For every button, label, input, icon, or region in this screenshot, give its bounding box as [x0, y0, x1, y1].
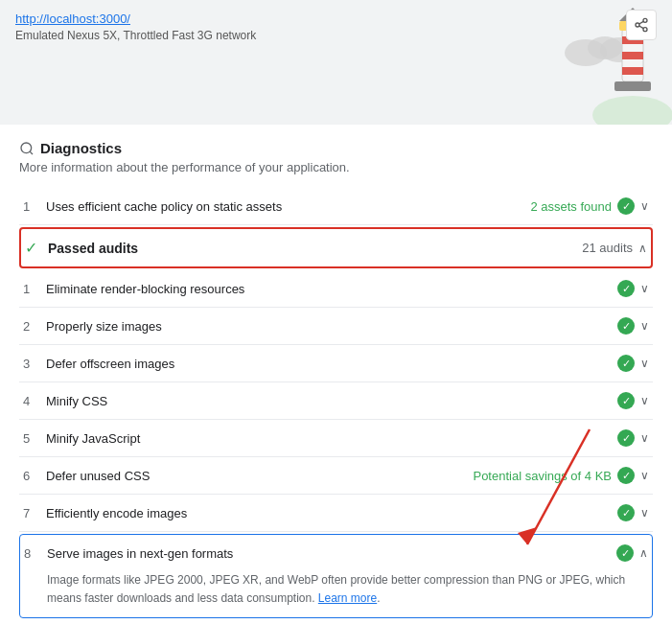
audit-item-8-expanded[interactable]: 8 Serve images in next-gen formats ✓ ∧ I…: [19, 534, 653, 618]
audit-item-2[interactable]: 2 Properly size images ✓ ∨: [19, 308, 653, 345]
audit-item-4[interactable]: 4 Minify CSS ✓ ∨: [19, 382, 653, 420]
audit-num-1: 1: [23, 199, 46, 214]
audit-label: Eliminate render-blocking resources: [46, 282, 610, 296]
main-content: Diagnostics More information about the p…: [0, 125, 672, 624]
passed-check-icon: ✓: [25, 239, 48, 257]
audit-label: Efficiently encode images: [46, 506, 610, 520]
audit-num: 3: [23, 357, 46, 371]
green-check: ✓: [617, 467, 635, 484]
passed-audits-count: 21 audits: [582, 241, 633, 255]
diagnostics-title: Diagnostics: [40, 140, 122, 156]
chevron-8: ∧: [639, 546, 648, 560]
audit-list: 1 Eliminate render-blocking resources ✓ …: [19, 270, 653, 532]
audit-item-5[interactable]: 5 Minify JavaScript ✓ ∨: [19, 420, 653, 457]
audit-row-8[interactable]: 8 Serve images in next-gen formats ✓ ∧: [20, 535, 652, 571]
passed-audits-chevron: ∧: [638, 242, 647, 255]
svg-point-10: [592, 96, 672, 125]
audit-label-cache: Uses efficient cache policy on static as…: [46, 199, 522, 214]
audit-num: 1: [23, 282, 46, 296]
audit-label-8: Serve images in next-gen formats: [47, 546, 609, 561]
green-check-8: ✓: [616, 544, 634, 562]
header-url[interactable]: http://localhost:3000/: [15, 12, 130, 26]
header: http://localhost:3000/ Emulated Nexus 5X…: [0, 0, 672, 125]
audit-item-1[interactable]: 1 Eliminate render-blocking resources ✓ …: [19, 270, 653, 308]
diagnostics-desc: More information about the performance o…: [19, 160, 653, 174]
audit-num: 5: [23, 431, 46, 446]
svg-point-12: [636, 23, 639, 27]
green-check: ✓: [617, 392, 635, 409]
audit-item-6[interactable]: 6 Defer unused CSS Potential savings of …: [19, 457, 653, 495]
chevron: ∨: [640, 394, 649, 407]
green-check-1: ✓: [617, 197, 635, 215]
audit-num: 4: [23, 394, 46, 408]
svg-point-11: [643, 18, 647, 22]
period: .: [377, 591, 380, 605]
audit-label: Defer offscreen images: [46, 357, 610, 371]
audit-right: ✓ ∨: [617, 429, 649, 447]
diagnostics-header: Diagnostics: [19, 140, 653, 156]
audit-desc-8: Image formats like JPEG 2000, JPEG XR, a…: [20, 571, 652, 617]
savings-text-6: Potential savings of 4 KB: [473, 469, 612, 483]
audit-num: 2: [23, 319, 46, 334]
audit-label: Minify JavaScript: [46, 431, 610, 446]
svg-rect-5: [622, 52, 643, 59]
svg-line-17: [30, 151, 33, 154]
passed-audits-row[interactable]: ✓ Passed audits 21 audits ∧: [19, 227, 653, 268]
green-check: ✓: [617, 355, 635, 372]
audit-right: ✓ ∨: [617, 317, 649, 335]
chevron-1: ∨: [640, 199, 649, 213]
svg-point-16: [21, 143, 32, 153]
green-check: ✓: [617, 280, 635, 297]
diagnostics-icon: [19, 141, 35, 156]
audit-item-7[interactable]: 7 Efficiently encode images ✓ ∨: [19, 495, 653, 532]
audit-right: ✓ ∨: [617, 504, 649, 521]
audit-item-cache[interactable]: 1 Uses efficient cache policy on static …: [19, 188, 653, 225]
svg-line-15: [639, 21, 644, 24]
audit-label: Defer unused CSS: [46, 469, 465, 483]
audit-label: Minify CSS: [46, 394, 610, 408]
learn-more-link[interactable]: Learn more: [318, 591, 377, 605]
audit-label: Properly size images: [46, 319, 610, 334]
audit-right: Potential savings of 4 KB ✓ ∨: [473, 467, 649, 484]
chevron: ∨: [640, 319, 649, 333]
svg-point-13: [643, 28, 647, 32]
audit-right: ✓ ∨: [617, 280, 649, 297]
audit-right: ✓ ∨: [617, 392, 649, 409]
audit-num: 7: [23, 506, 46, 520]
chevron: ∨: [640, 469, 649, 482]
audit-num-8: 8: [24, 546, 47, 561]
chevron: ∨: [640, 282, 649, 295]
share-button[interactable]: [626, 10, 657, 40]
svg-line-14: [639, 26, 644, 29]
assets-found-text: 2 assets found: [530, 199, 612, 214]
audit-right-cache: 2 assets found ✓ ∨: [530, 197, 649, 215]
green-check: ✓: [617, 429, 635, 447]
green-check: ✓: [617, 504, 635, 521]
passed-audits-label: Passed audits: [48, 241, 582, 256]
chevron: ∨: [640, 506, 649, 520]
audit-right: ✓ ∨: [617, 355, 649, 372]
svg-rect-9: [614, 81, 651, 91]
audit-num: 6: [23, 469, 46, 483]
svg-rect-6: [622, 67, 643, 75]
audit-item-3[interactable]: 3 Defer offscreen images ✓ ∨: [19, 345, 653, 382]
audit-right-8: ✓ ∧: [616, 544, 648, 562]
chevron: ∨: [640, 357, 649, 370]
green-check: ✓: [617, 317, 635, 335]
chevron: ∨: [640, 431, 649, 445]
